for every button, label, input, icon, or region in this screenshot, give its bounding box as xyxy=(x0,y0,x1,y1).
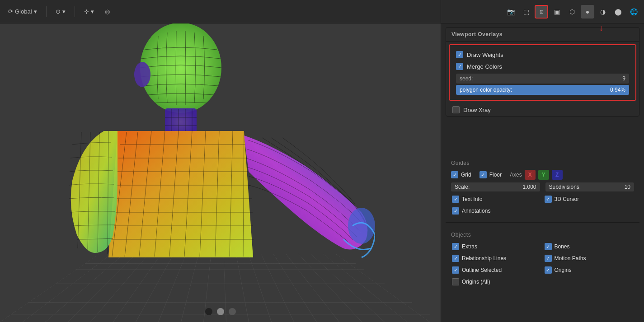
objects-section: Objects ✓ Extras ✓ Bones ✓ Relationship … xyxy=(446,225,639,290)
guides-options-row: ✓ Grid ✓ Floor Axes X Y Z xyxy=(451,170,634,180)
polygon-opacity-field[interactable]: polygon color opacity: 0.94% xyxy=(456,85,629,95)
snap-toggle[interactable]: ⊹ ▾ xyxy=(80,6,98,17)
proportional-editing[interactable]: ◎ xyxy=(101,6,113,17)
extras-label: Extras xyxy=(462,243,477,250)
chevron-down-icon: ▾ xyxy=(34,8,37,15)
outline-selected-row: ✓ Outline Selected xyxy=(451,265,542,275)
cursor-3d-checkbox[interactable]: ✓ xyxy=(545,196,552,203)
character-mesh xyxy=(36,9,375,316)
seed-value: 9 xyxy=(622,75,625,82)
origins-checkbox[interactable]: ✓ xyxy=(545,266,552,274)
panel-top-icons: 📷 ⬚ ⧇ ▣ ⬡ ● ◑ ⬤ 🌐 xyxy=(441,0,644,23)
subdivisions-field[interactable]: Subdivisions: 10 xyxy=(545,182,635,191)
section-inner: ✓ Draw Weights ✓ Merge Colors seed: 9 po… xyxy=(450,45,635,100)
grid-checkbox[interactable]: ✓ xyxy=(451,171,458,178)
chevron-down-icon3: ▾ xyxy=(91,8,94,15)
overlays-icon: ⧇ xyxy=(540,8,544,15)
svg-point-0 xyxy=(140,23,221,113)
scene-settings-icon[interactable]: 🌐 xyxy=(627,5,640,19)
transform-pivot[interactable]: ⊙ ▾ xyxy=(52,6,69,17)
nav-dot-1[interactable] xyxy=(205,308,212,315)
separator2 xyxy=(75,6,75,17)
origins-row: ✓ Origins xyxy=(544,265,635,275)
render-region-icon[interactable]: ⬚ xyxy=(519,5,533,19)
grid-label: Grid xyxy=(461,172,471,178)
axis-y-btn[interactable]: Y xyxy=(538,170,549,180)
bones-label: Bones xyxy=(555,243,570,250)
draw-weights-row: ✓ Draw Weights xyxy=(453,49,632,61)
orientation-label: Global xyxy=(15,8,32,15)
polygon-opacity-label: polygon color opacity: xyxy=(460,87,607,93)
axes-label: Axes xyxy=(510,172,522,178)
right-panel: 📷 ⬚ ⧇ ▣ ⬡ ● ◑ ⬤ 🌐 ↓ Viewport Overlays ✓ … xyxy=(441,0,644,322)
nav-dot-3[interactable] xyxy=(229,308,236,315)
text-info-checkbox[interactable]: ✓ xyxy=(452,196,459,203)
merge-colors-row: ✓ Merge Colors xyxy=(453,61,632,72)
material-icon[interactable]: ◑ xyxy=(596,5,610,19)
objects-row3: ✓ Outline Selected ✓ Origins xyxy=(451,265,634,275)
floor-checkbox[interactable]: ✓ xyxy=(479,171,487,178)
viewport-toolbar: ⟳ Global ▾ ⊙ ▾ ⊹ ▾ ◎ xyxy=(0,0,441,23)
scale-row: Scale: 1.000 Subdivisions: 10 xyxy=(451,182,634,191)
panel-title: Viewport Overlays xyxy=(446,28,639,42)
red-arrow-indicator: ↓ xyxy=(599,23,603,33)
axis-x-btn[interactable]: X xyxy=(525,170,536,180)
bones-checkbox[interactable]: ✓ xyxy=(545,243,552,250)
separator xyxy=(46,6,47,17)
origins-all-label: Origins (All) xyxy=(462,279,490,285)
3d-viewport[interactable]: ⟳ Global ▾ ⊙ ▾ ⊹ ▾ ◎ xyxy=(0,0,441,322)
text-info-row: ✓ Text Info xyxy=(451,194,542,204)
outline-selected-label: Outline Selected xyxy=(462,267,502,273)
divider1 xyxy=(446,222,639,223)
highlighted-section: ✓ Draw Weights ✓ Merge Colors seed: 9 po… xyxy=(449,44,636,101)
viewport-overlays-panel: Viewport Overlays ✓ Draw Weights ✓ Merge… xyxy=(446,27,639,117)
draw-xray-checkbox[interactable] xyxy=(452,106,460,113)
draw-xray-label: Draw Xray xyxy=(463,107,491,113)
seed-label: seed: xyxy=(460,75,620,82)
annotations-label: Annotations xyxy=(462,208,490,214)
outline-selected-checkbox[interactable]: ✓ xyxy=(452,266,459,274)
nav-dot-2[interactable] xyxy=(217,308,224,315)
guides-title: Guides xyxy=(451,160,634,166)
polygon-opacity-value: 0.94% xyxy=(610,87,625,93)
draw-weights-label: Draw Weights xyxy=(467,51,503,58)
bones-row: ✓ Bones xyxy=(544,242,635,252)
camera-view-icon[interactable]: 📷 xyxy=(504,5,517,19)
merge-colors-label: Merge Colors xyxy=(467,63,502,70)
pivot-icon: ⊙ xyxy=(56,8,61,15)
cursor-3d-row: ✓ 3D Cursor xyxy=(544,194,635,204)
transform-orientation[interactable]: ⟳ Global ▾ xyxy=(5,6,41,17)
subdivisions-value: 10 xyxy=(625,184,630,190)
subdivisions-label: Subdivisions: xyxy=(549,184,581,190)
objects-row2: ✓ Relationship Lines ✓ Motion Paths xyxy=(451,253,634,263)
chevron-down-icon2: ▾ xyxy=(62,8,66,15)
relationship-lines-row: ✓ Relationship Lines xyxy=(451,253,542,263)
main-overlay-content: Guides ✓ Grid ✓ Floor Axes X Y Z Scale: … xyxy=(446,154,639,290)
axis-z-btn[interactable]: Z xyxy=(552,170,563,180)
motion-paths-label: Motion Paths xyxy=(555,255,586,261)
svg-point-31 xyxy=(348,208,375,244)
viewport-options-row: ✓ Text Info ✓ 3D Cursor xyxy=(451,194,634,204)
proportional-icon: ◎ xyxy=(105,8,110,15)
wireframe-icon[interactable]: ⬡ xyxy=(565,5,579,19)
origins-label: Origins xyxy=(555,267,572,273)
merge-colors-checkbox[interactable]: ✓ xyxy=(456,63,463,70)
draw-weights-checkbox[interactable]: ✓ xyxy=(456,51,463,58)
rendered-icon[interactable]: ⬤ xyxy=(611,5,625,19)
floor-label: Floor xyxy=(489,172,502,178)
scale-field[interactable]: Scale: 1.000 xyxy=(451,182,540,191)
objects-row1: ✓ Extras ✓ Bones xyxy=(451,242,634,252)
extras-checkbox[interactable]: ✓ xyxy=(452,243,459,250)
svg-point-1 xyxy=(134,62,150,87)
annotations-checkbox[interactable]: ✓ xyxy=(452,207,459,215)
text-info-label: Text Info xyxy=(462,196,482,202)
seed-field[interactable]: seed: 9 xyxy=(456,74,629,84)
solid-icon[interactable]: ● xyxy=(581,5,594,19)
relationship-lines-label: Relationship Lines xyxy=(462,255,506,261)
xray-toggle-icon[interactable]: ▣ xyxy=(550,5,564,19)
scale-value: 1.000 xyxy=(522,184,536,190)
motion-paths-checkbox[interactable]: ✓ xyxy=(545,255,552,262)
origins-all-checkbox[interactable] xyxy=(452,278,459,285)
relationship-lines-checkbox[interactable]: ✓ xyxy=(452,255,459,262)
viewport-overlays-dropdown[interactable]: ⧇ xyxy=(535,5,548,19)
